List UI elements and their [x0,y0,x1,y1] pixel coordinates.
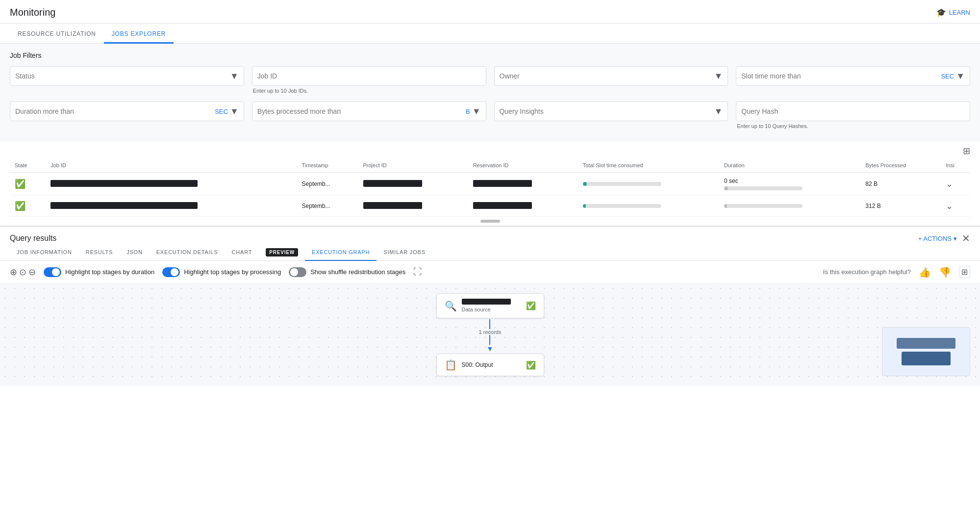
toggle-highlight-processing[interactable]: ✓ Highlight top stages by processing [162,267,281,277]
duration-progress-2 [724,204,803,208]
tab-resource-utilization[interactable]: RESOURCE UTILIZATION [10,24,104,44]
filter-row-2: SEC ▼ B ▼ ▼ Enter up to 10 Query Hashes. [10,102,970,129]
tab-results[interactable]: RESULTS [79,244,120,261]
tab-execution-graph[interactable]: EXECUTION GRAPH [305,244,377,261]
cell-timestamp: Septemb... [297,196,358,217]
duration-dropdown-arrow[interactable]: ▼ [230,106,239,117]
slot-time-fill [583,182,587,186]
output-icon: 📋 [445,359,457,371]
bytes-filter-cell: B ▼ [252,102,486,129]
query-hash-filter-cell: Enter up to 10 Query Hashes. [736,102,970,129]
query-insights-input[interactable] [500,107,714,115]
status-dropdown-arrow[interactable]: ▼ [230,71,239,81]
owner-filter[interactable]: ▼ [494,66,729,86]
query-hash-filter[interactable] [736,102,970,121]
toggle-track-duration[interactable]: ✓ [44,267,61,277]
zoom-out-button[interactable]: ⊖ [28,267,36,278]
learn-button[interactable]: 🎓 LEARN [936,8,970,17]
redacted-reservation-id [473,202,532,209]
zoom-fit-button[interactable]: ⊙ [19,267,26,278]
query-insights-dropdown-arrow[interactable]: ▼ [714,106,723,117]
query-insights-filter[interactable]: ▼ [494,102,729,121]
toggle-highlight-duration[interactable]: ✓ Highlight top stages by duration [44,267,154,277]
minimap-button[interactable]: ⊞ [959,266,970,278]
cell-expand-1[interactable]: ⌄ [941,173,970,196]
cell-duration: 0 sec [719,173,860,196]
duration-filter[interactable]: SEC ▼ [10,102,244,121]
tab-jobs-explorer[interactable]: JOBS EXPLORER [104,24,174,44]
actions-button[interactable]: + ACTIONS ▾ [918,235,957,242]
job-id-input[interactable] [257,72,481,80]
tab-similar-jobs[interactable]: SIMILAR JOBS [377,244,432,261]
slot-time-input[interactable] [741,72,941,80]
col-reservation-id: Reservation ID [468,158,578,173]
toggle-knob-shuffle [290,268,298,276]
table-row[interactable]: ✅ Septemb... 0 sec 82 B ⌄ [10,173,970,196]
show-shuffle-label: Show shuffle redistribution stages [310,268,405,276]
query-results-header: Query results + ACTIONS ▾ ✕ [0,227,980,244]
slot-time-filter-cell: SEC ▼ [736,66,970,94]
close-button[interactable]: ✕ [962,232,970,244]
cell-bytes: 312 B [860,196,941,217]
school-icon: 🎓 [936,8,946,17]
table-row[interactable]: ✅ Septemb... 312 B ⌄ [10,196,970,217]
query-hash-input[interactable] [741,107,965,115]
owner-input[interactable] [500,72,714,80]
cell-project-id [358,196,468,217]
cell-reservation-id [468,196,578,217]
col-bytes: Bytes Processed [860,158,941,173]
col-duration: Duration [719,158,860,173]
thumbs-down-button[interactable]: 👎 [939,266,951,278]
bytes-dropdown-arrow[interactable]: ▼ [472,106,481,117]
cell-bytes: 82 B [860,173,941,196]
job-id-filter[interactable] [252,66,486,86]
duration-unit[interactable]: SEC [215,108,228,115]
expand-icon[interactable]: ⌄ [946,179,953,189]
app-header: Monitoring 🎓 LEARN [0,0,980,24]
query-results-title: Query results [10,234,56,243]
tab-json[interactable]: JSON [120,244,150,261]
redacted-job-id [50,202,198,209]
toggle-knob-processing [171,268,178,276]
tab-preview-badge[interactable]: PREVIEW [259,244,305,261]
expand-icon[interactable]: ⌄ [946,201,953,211]
tab-execution-details[interactable]: EXECUTION DETAILS [150,244,225,261]
fullscreen-button[interactable]: ⛶ [413,267,422,277]
arrow-line-2 [489,335,490,345]
cell-expand-2[interactable]: ⌄ [941,196,970,217]
toggle-show-shuffle[interactable]: Show shuffle redistribution stages [289,267,405,277]
slot-time-unit[interactable]: SEC [941,73,954,80]
datasource-redacted: Data source [462,299,521,313]
app-title: Monitoring [10,7,55,18]
jobs-table: State Job ID Timestamp Project ID Reserv… [10,158,970,217]
horizontal-scrollbar[interactable] [480,220,500,223]
owner-dropdown-arrow[interactable]: ▼ [714,71,723,81]
col-timestamp: Timestamp [297,158,358,173]
mini-map[interactable] [882,327,970,376]
datasource-icon: 🔍 [445,300,457,312]
query-hash-hint: Enter up to 10 Query Hashes. [736,123,970,129]
status-filter[interactable]: ▼ [10,66,244,86]
toggle-track-shuffle[interactable] [289,267,306,277]
cell-slot-time [578,196,719,217]
zoom-in-button[interactable]: ⊕ [10,267,17,278]
owner-filter-cell: ▼ [494,66,729,94]
success-icon: ✅ [15,201,25,211]
toggle-track-processing[interactable]: ✓ [162,267,180,277]
bytes-filter[interactable]: B ▼ [252,102,486,121]
cell-reservation-id [468,173,578,196]
datasource-node: 🔍 Data source ✅ [436,293,544,318]
graph-canvas: 🔍 Data source ✅ 1 records ▼ 📋 S00: Outpu… [0,283,980,386]
bytes-input[interactable] [257,107,466,115]
output-node: 📋 S00: Output ✅ [436,354,544,376]
slot-time-dropdown-arrow[interactable]: ▼ [956,71,965,81]
tab-job-information[interactable]: JOB INFORMATION [10,244,79,261]
thumbs-up-button[interactable]: 👍 [919,266,931,278]
slot-time-filter[interactable]: SEC ▼ [736,66,970,86]
status-filter-cell: ▼ [10,66,244,94]
status-input[interactable] [15,72,230,80]
columns-icon[interactable]: ⊞ [963,146,970,156]
tab-chart[interactable]: CHART [225,244,259,261]
duration-input[interactable] [15,107,215,115]
bytes-unit[interactable]: B [466,108,470,115]
